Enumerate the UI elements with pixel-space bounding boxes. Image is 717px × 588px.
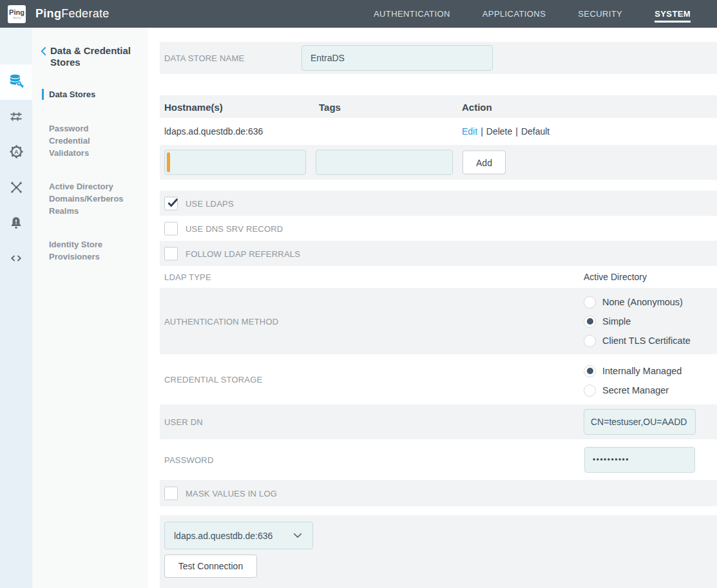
icon-rail: A bbox=[0, 28, 32, 588]
user-dn-input[interactable] bbox=[584, 409, 696, 435]
row-actions: Edit|Delete|Default bbox=[462, 126, 550, 137]
edit-link[interactable]: Edit bbox=[462, 126, 477, 137]
data-store-name-field-wrap bbox=[301, 45, 493, 71]
auth-simple-label: Simple bbox=[602, 316, 631, 327]
credential-storage-options: Internally Managed Secret Manager bbox=[584, 361, 682, 400]
default-link[interactable]: Default bbox=[521, 126, 550, 137]
password-row: PASSWORD bbox=[160, 439, 717, 480]
authentication-method-label: AUTHENTICATION METHOD bbox=[164, 316, 278, 326]
sidebar-item-identity-store-provisioners[interactable]: Identity Store Provisioners bbox=[49, 238, 130, 263]
mask-values-row: MASK VALUES IN LOG bbox=[160, 480, 717, 506]
sidebar: Data & Credential Stores Data Stores Pas… bbox=[32, 28, 148, 588]
internally-managed-label: Internally Managed bbox=[602, 366, 682, 376]
password-label: PASSWORD bbox=[164, 455, 213, 464]
nav-authentication[interactable]: AUTHENTICATION bbox=[374, 0, 450, 28]
auth-client-tls-label: Client TLS Certificate bbox=[602, 336, 691, 346]
column-tags: Tags bbox=[319, 101, 341, 112]
sidebar-item-password-credential-validators[interactable]: Password Credential Validators bbox=[49, 122, 130, 159]
sliders-icon bbox=[8, 109, 24, 127]
hosts-table-row: ldaps.ad.questdb.de:636 Edit|Delete|Defa… bbox=[160, 118, 717, 145]
alert-bell-icon bbox=[8, 215, 24, 233]
product-title-bold: Ping bbox=[35, 7, 61, 21]
nav-applications[interactable]: APPLICATIONS bbox=[483, 0, 546, 28]
rail-item-developer-tools[interactable] bbox=[0, 242, 32, 277]
hostname-value: ldaps.ad.questdb.de:636 bbox=[164, 126, 263, 137]
auth-none-radio[interactable] bbox=[584, 296, 596, 308]
ldap-type-label: LDAP TYPE bbox=[164, 272, 211, 282]
test-connection-button[interactable]: Test Connection bbox=[164, 555, 257, 578]
column-action: Action bbox=[462, 101, 492, 112]
hostname-select[interactable]: ldaps.ad.questdb.de:636 bbox=[164, 522, 313, 549]
rail-item-server-configuration[interactable] bbox=[0, 100, 32, 135]
sidebar-header: Data & Credential Stores bbox=[40, 45, 148, 68]
internally-managed-radio[interactable] bbox=[584, 365, 596, 377]
product-title-rest: Federate bbox=[61, 7, 109, 21]
new-tags-input[interactable] bbox=[316, 150, 453, 175]
rail-item-administrative-settings[interactable]: A bbox=[0, 135, 32, 171]
action-separator: | bbox=[477, 126, 486, 137]
main-content: DATA STORE NAME Hostname(s) Tags Action … bbox=[160, 28, 717, 588]
product-title[interactable]: PingFederate bbox=[35, 0, 110, 28]
auth-option-client-tls: Client TLS Certificate bbox=[584, 331, 691, 350]
rail-item-cluster-management[interactable] bbox=[0, 171, 32, 206]
main-navigation: AUTHENTICATION APPLICATIONS SECURITY SYS… bbox=[374, 0, 691, 28]
action-separator: | bbox=[512, 126, 521, 137]
svg-text:A: A bbox=[14, 149, 19, 155]
mask-values-checkbox[interactable] bbox=[164, 486, 178, 500]
nav-security[interactable]: SECURITY bbox=[578, 0, 622, 28]
logo-subtext: Identity bbox=[13, 16, 21, 19]
storage-option-internally-managed: Internally Managed bbox=[584, 361, 682, 381]
rail-spacer bbox=[0, 28, 32, 64]
credential-storage-label: CREDENTIAL STORAGE bbox=[164, 375, 262, 384]
auth-option-none: None (Anonymous) bbox=[584, 292, 691, 312]
use-ldaps-checkbox[interactable] bbox=[164, 196, 178, 210]
auth-client-tls-radio[interactable] bbox=[584, 335, 596, 347]
use-dns-srv-checkbox[interactable] bbox=[164, 222, 178, 235]
password-input[interactable] bbox=[584, 447, 695, 473]
test-connection-section: ldaps.ad.questdb.de:636 Test Connection bbox=[160, 515, 717, 588]
new-hostname-input[interactable] bbox=[164, 150, 306, 175]
rail-item-data-credential-stores[interactable] bbox=[0, 64, 32, 100]
nav-system[interactable]: SYSTEM bbox=[655, 0, 691, 28]
follow-ldap-referrals-row: FOLLOW LDAP REFERRALS bbox=[160, 241, 717, 266]
secret-manager-radio[interactable] bbox=[584, 384, 596, 397]
data-store-name-row: DATA STORE NAME bbox=[160, 42, 717, 74]
follow-ldap-referrals-checkbox[interactable] bbox=[164, 247, 178, 260]
code-brackets-icon bbox=[8, 251, 24, 269]
use-ldaps-label: USE LDAPS bbox=[186, 198, 234, 208]
new-tags-field-wrap bbox=[316, 150, 453, 175]
user-dn-row: USER DN bbox=[160, 404, 717, 439]
data-store-name-input[interactable] bbox=[301, 45, 493, 71]
ldap-type-row: LDAP TYPE Active Directory bbox=[160, 266, 717, 288]
ping-identity-logo[interactable]: Ping Identity bbox=[8, 5, 26, 23]
user-dn-field-wrap bbox=[584, 409, 696, 435]
auth-simple-radio[interactable] bbox=[584, 316, 596, 328]
sidebar-title: Data & Credential Stores bbox=[50, 45, 138, 68]
top-header: Ping Identity PingFederate AUTHENTICATIO… bbox=[0, 0, 717, 28]
data-store-name-label: DATA STORE NAME bbox=[164, 53, 244, 63]
logo-text: Ping bbox=[9, 9, 24, 16]
delete-link[interactable]: Delete bbox=[486, 126, 512, 137]
rail-item-notifications[interactable] bbox=[0, 206, 32, 242]
required-field-indicator bbox=[167, 153, 170, 173]
follow-ldap-referrals-label: FOLLOW LDAP REFERRALS bbox=[186, 249, 300, 258]
use-dns-srv-label: USE DNS SRV RECORD bbox=[186, 223, 283, 233]
secret-manager-label: Secret Manager bbox=[602, 385, 669, 395]
database-key-icon bbox=[8, 73, 24, 92]
add-button[interactable]: Add bbox=[463, 151, 506, 175]
ldap-type-value: Active Directory bbox=[584, 272, 647, 282]
new-hostname-field-wrap bbox=[164, 150, 306, 175]
cluster-network-icon bbox=[8, 179, 24, 198]
auth-none-label: None (Anonymous) bbox=[602, 297, 683, 307]
sidebar-item-ad-domains-kerberos-realms[interactable]: Active Directory Domains/Kerberos Realms bbox=[49, 180, 130, 217]
back-chevron-icon[interactable] bbox=[40, 45, 49, 68]
password-field-wrap bbox=[584, 447, 695, 473]
sidebar-item-data-stores[interactable]: Data Stores bbox=[49, 88, 130, 100]
chevron-down-icon bbox=[293, 533, 302, 538]
authentication-method-row: AUTHENTICATION METHOD None (Anonymous) S… bbox=[160, 288, 717, 354]
checkmark-icon bbox=[166, 195, 180, 209]
credential-storage-row: CREDENTIAL STORAGE Internally Managed Se… bbox=[160, 354, 717, 404]
add-host-row: Add bbox=[160, 145, 717, 180]
gear-a-icon: A bbox=[8, 144, 24, 162]
hosts-table-header: Hostname(s) Tags Action bbox=[160, 95, 717, 118]
